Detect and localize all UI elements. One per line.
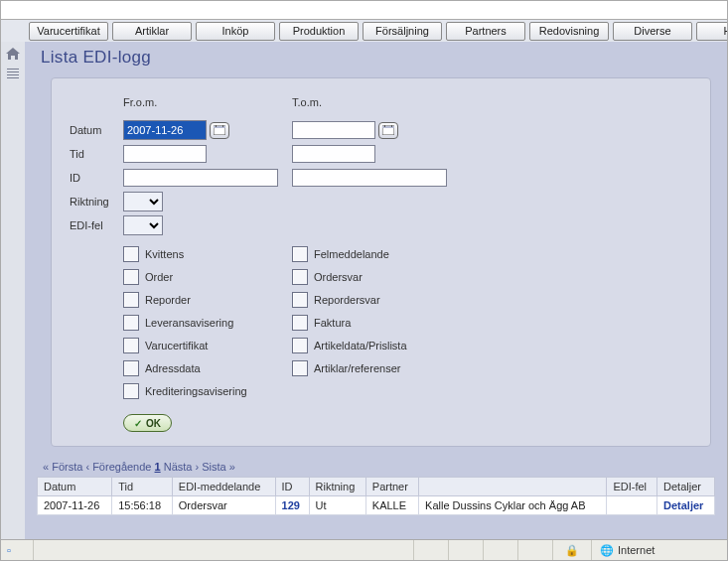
results-table: Datum Tid EDI-meddelande ID Riktning Par… (37, 477, 715, 515)
cell-detaljer[interactable]: Detaljer (657, 496, 715, 515)
check-felmeddelande[interactable]: Felmeddelande (292, 245, 481, 263)
col-detaljer[interactable]: Detaljer (657, 478, 715, 496)
status-bar: ▫ 🔒 🌐Internet (1, 539, 727, 560)
check-icon: ✓ (134, 418, 142, 429)
id-to-input[interactable] (292, 169, 447, 187)
svg-rect-6 (384, 125, 385, 127)
col-partner[interactable]: Partner (365, 478, 418, 496)
address-bar (1, 1, 727, 20)
col-edimsg[interactable]: EDI-meddelande (172, 478, 275, 496)
check-label: Krediteringsavisering (145, 385, 247, 397)
check-repordersvar[interactable]: Repordersvar (292, 291, 481, 309)
menu-diverse[interactable]: Diverse (613, 22, 692, 41)
menu-redovisning[interactable]: Redovisning (529, 22, 609, 41)
checkbox-icon (292, 315, 308, 331)
page-icon: ▫ (7, 544, 11, 556)
col-partner-name[interactable] (419, 478, 607, 496)
col-datum[interactable]: Datum (38, 478, 112, 496)
filter-panel: Fr.o.m. T.o.m. Datum (51, 77, 711, 447)
cell-tid: 15:56:18 (112, 496, 173, 515)
datum-to-input[interactable] (292, 121, 375, 139)
svg-rect-2 (216, 125, 217, 127)
to-header: T.o.m. (292, 96, 322, 108)
pager-last[interactable]: Sista » (202, 461, 235, 473)
datum-from-input[interactable] (123, 120, 207, 140)
menu-hjalp[interactable]: Hjälp (696, 22, 728, 41)
check-faktura[interactable]: Faktura (292, 314, 481, 332)
cell-id[interactable]: 129 (275, 496, 309, 515)
check-label: Reporder (145, 294, 191, 306)
check-label: Ordersvar (314, 271, 363, 283)
check-label: Artiklar/referenser (314, 362, 400, 374)
check-label: Artikeldata/Prislista (314, 340, 407, 351)
menu-artiklar[interactable]: Artiklar (112, 22, 192, 41)
menu-bar: Varucertifikat Artiklar Inköp Produktion… (1, 20, 727, 43)
edifel-select[interactable] (123, 215, 163, 235)
checkbox-icon (123, 269, 139, 285)
checkbox-icon (123, 315, 139, 331)
check-varucertifikat[interactable]: Varucertifikat (123, 337, 292, 354)
check-label: Felmeddelande (314, 248, 389, 260)
col-edifel[interactable]: EDI-fel (607, 478, 657, 496)
check-adressdata[interactable]: Adressdata (123, 359, 292, 377)
checkbox-icon (292, 360, 308, 376)
col-id[interactable]: ID (275, 478, 309, 496)
checkbox-icon (123, 383, 139, 399)
pager-prev[interactable]: ‹ Föregående (85, 461, 151, 473)
check-artiklar-referenser[interactable]: Artiklar/referenser (292, 359, 481, 377)
menu-partners[interactable]: Partners (446, 22, 525, 41)
checkbox-icon (123, 338, 139, 353)
pager: « Första ‹ Föregående 1 Nästa › Sista » (25, 455, 727, 477)
checkbox-icon (123, 246, 139, 262)
check-leveransavisering[interactable]: Leveransavisering (123, 314, 292, 332)
check-order[interactable]: Order (123, 268, 292, 286)
check-ordersvar[interactable]: Ordersvar (292, 268, 481, 286)
ok-label: OK (146, 418, 161, 429)
cell-datum: 2007-11-26 (38, 496, 112, 515)
menu-varucertifikat[interactable]: Varucertifikat (29, 22, 108, 41)
globe-icon: 🌐 (600, 544, 614, 557)
datum-from-calendar-icon[interactable] (210, 122, 229, 139)
check-krediteringsavisering[interactable]: Krediteringsavisering (123, 382, 292, 400)
pager-current[interactable]: 1 (155, 461, 161, 473)
left-sidebar (1, 42, 26, 540)
datum-to-calendar-icon[interactable] (378, 122, 398, 139)
tid-from-input[interactable] (123, 145, 207, 163)
check-label: Kvittens (145, 248, 184, 260)
id-from-input[interactable] (123, 169, 278, 187)
pager-first[interactable]: « Första (43, 461, 82, 473)
svg-rect-7 (391, 125, 392, 127)
col-riktning[interactable]: Riktning (309, 478, 365, 496)
check-artikeldata[interactable]: Artikeldata/Prislista (292, 337, 481, 354)
checkbox-icon (292, 246, 308, 262)
tid-to-input[interactable] (292, 145, 375, 163)
svg-rect-1 (214, 126, 225, 128)
main-content: Lista EDI-logg Fr.o.m. T.o.m. Datum (25, 42, 727, 540)
label-datum: Datum (70, 124, 123, 136)
from-header: Fr.o.m. (123, 96, 157, 108)
page-title: Lista EDI-logg (25, 42, 727, 75)
label-id: ID (70, 172, 123, 184)
checkbox-icon (123, 292, 139, 308)
check-kvittens[interactable]: Kvittens (123, 245, 292, 263)
ok-button[interactable]: ✓OK (123, 414, 172, 432)
list-icon[interactable] (5, 67, 21, 80)
menu-forsaljning[interactable]: Försäljning (363, 22, 442, 41)
checkbox-icon (292, 269, 308, 285)
cell-edifel (607, 496, 657, 515)
riktning-select[interactable] (123, 192, 163, 211)
menu-produktion[interactable]: Produktion (279, 22, 359, 41)
home-icon[interactable] (5, 47, 21, 61)
cell-edimsg: Ordersvar (172, 496, 275, 515)
svg-rect-3 (222, 125, 223, 127)
label-riktning: Riktning (70, 196, 123, 208)
check-label: Varucertifikat (145, 340, 208, 351)
menu-inkop[interactable]: Inköp (196, 22, 275, 41)
check-reporder[interactable]: Reporder (123, 291, 292, 309)
check-label: Order (145, 271, 173, 283)
label-tid: Tid (70, 148, 123, 160)
pager-next[interactable]: Nästa › (164, 461, 199, 473)
checkbox-icon (292, 338, 308, 353)
col-tid[interactable]: Tid (112, 478, 173, 496)
cell-partner-name: Kalle Dussins Cyklar och Ägg AB (419, 496, 607, 515)
